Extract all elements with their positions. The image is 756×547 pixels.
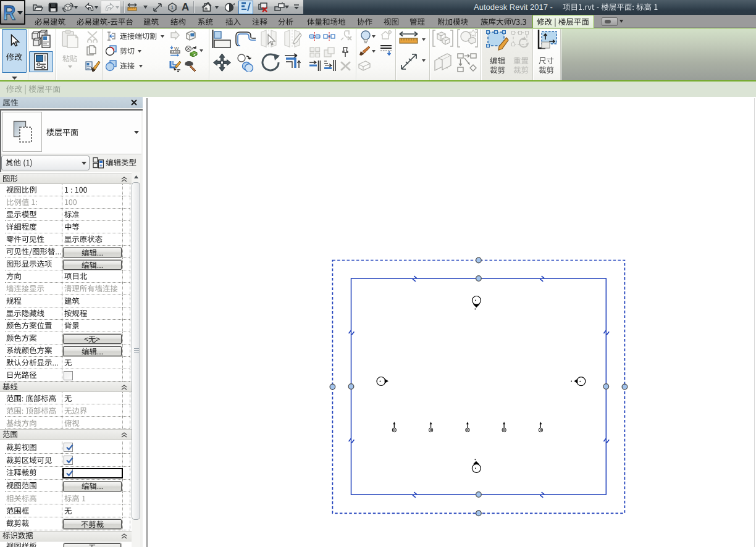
svg-text:R: R: [3, 1, 15, 24]
svg-text:1: 1: [170, 4, 174, 10]
